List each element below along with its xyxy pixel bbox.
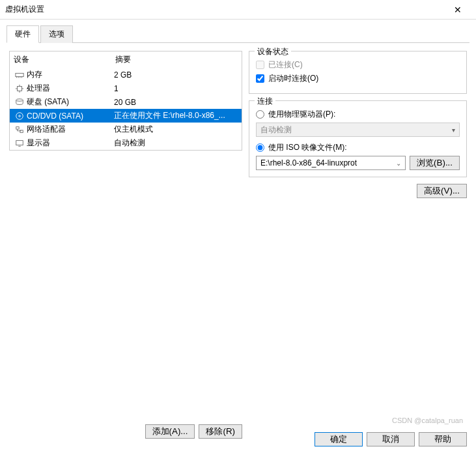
row-cpu[interactable]: 处理器 1 — [10, 81, 242, 95]
close-icon: ✕ — [454, 5, 462, 15]
help-button[interactable]: 帮助 — [419, 432, 467, 446]
left-column: 设备 摘要 内存 2 GB 处理器 1 硬盘 (SATA) 20 GB CD/D… — [9, 51, 242, 439]
content: 硬件 选项 设备 摘要 内存 2 GB 处理器 1 硬盘 (SATA) — [0, 20, 476, 441]
cpu-icon — [14, 84, 25, 93]
connect-on-check[interactable]: 启动时连接(O) — [256, 73, 460, 84]
physical-radio-row[interactable]: 使用物理驱动器(P): — [256, 109, 460, 120]
device-table: 设备 摘要 内存 2 GB 处理器 1 硬盘 (SATA) 20 GB CD/D… — [9, 51, 242, 151]
footer-buttons: 确定 取消 帮助 — [315, 432, 467, 446]
svg-point-11 — [16, 112, 23, 119]
iso-path-select[interactable]: E:\rhel-8.0-x86_64-linuxprot ⌄ — [256, 156, 406, 170]
table-header: 设备 摘要 — [10, 51, 242, 68]
svg-rect-5 — [18, 86, 22, 91]
svg-rect-15 — [16, 140, 23, 145]
connected-check: 已连接(C) — [256, 59, 460, 70]
status-label: 设备状态 — [255, 46, 291, 57]
network-icon — [14, 125, 25, 134]
disk-icon — [14, 98, 25, 107]
browse-button[interactable]: 浏览(B)... — [410, 156, 460, 170]
connect-on-checkbox[interactable] — [256, 74, 264, 83]
left-buttons: 添加(A)... 移除(R) — [9, 424, 242, 439]
connection-group: 连接 使用物理驱动器(P): 自动检测 ▾ 使用 ISO 映像文件(M): E:… — [249, 100, 467, 177]
header-summary: 摘要 — [115, 54, 131, 65]
iso-row: E:\rhel-8.0-x86_64-linuxprot ⌄ 浏览(B)... — [256, 156, 460, 170]
cd-icon — [14, 111, 25, 121]
close-button[interactable]: ✕ — [445, 0, 471, 20]
add-button[interactable]: 添加(A)... — [145, 424, 195, 439]
chevron-down-icon: ⌄ — [396, 160, 401, 167]
row-disk[interactable]: 硬盘 (SATA) 20 GB — [10, 95, 242, 109]
panel: 设备 摘要 内存 2 GB 处理器 1 硬盘 (SATA) 20 GB CD/D… — [7, 43, 469, 441]
chevron-down-icon: ▾ — [452, 126, 455, 134]
svg-rect-13 — [16, 126, 19, 129]
tabs: 硬件 选项 — [7, 25, 469, 43]
row-memory[interactable]: 内存 2 GB — [10, 68, 242, 81]
row-network[interactable]: 网络适配器 仅主机模式 — [10, 123, 242, 136]
header-device: 设备 — [14, 54, 115, 65]
cancel-button[interactable]: 取消 — [367, 432, 415, 446]
svg-point-12 — [19, 115, 21, 117]
display-icon — [14, 139, 25, 148]
svg-point-10 — [16, 98, 23, 101]
tab-options[interactable]: 选项 — [40, 25, 73, 43]
tab-hardware[interactable]: 硬件 — [7, 25, 39, 43]
window-title: 虚拟机设置 — [5, 4, 445, 15]
iso-radio[interactable] — [256, 143, 264, 152]
advanced-row: 高级(V)... — [249, 184, 467, 198]
physical-select: 自动检测 ▾ — [256, 123, 460, 137]
connection-label: 连接 — [255, 96, 275, 107]
status-group: 设备状态 已连接(C) 启动时连接(O) — [249, 51, 467, 94]
advanced-button[interactable]: 高级(V)... — [417, 184, 467, 198]
row-display[interactable]: 显示器 自动检测 — [10, 136, 242, 150]
ok-button[interactable]: 确定 — [315, 432, 363, 446]
titlebar: 虚拟机设置 ✕ — [0, 0, 476, 20]
right-column: 设备状态 已连接(C) 启动时连接(O) 连接 使用物理驱动器(P): 自动检测 — [249, 51, 467, 439]
svg-rect-0 — [16, 73, 23, 76]
iso-radio-row[interactable]: 使用 ISO 映像文件(M): — [256, 142, 460, 153]
memory-icon — [14, 70, 25, 80]
connected-checkbox — [256, 61, 264, 69]
physical-radio[interactable] — [256, 110, 264, 119]
remove-button[interactable]: 移除(R) — [199, 424, 242, 439]
row-cdrom[interactable]: CD/DVD (SATA) 正在使用文件 E:\rhel-8.0-x86_... — [10, 109, 242, 123]
